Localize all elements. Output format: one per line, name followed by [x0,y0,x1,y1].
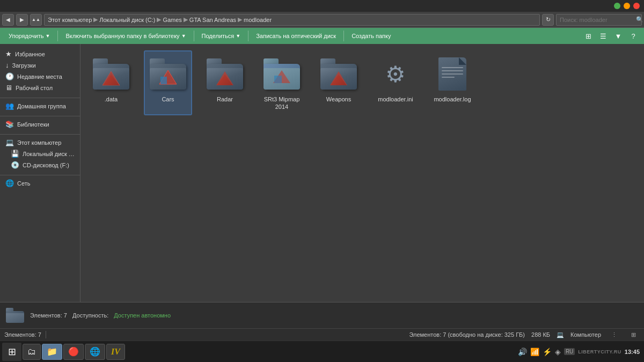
sidebar-item-desktop[interactable]: 🖥 Рабочий стол [0,82,80,93]
taskbar-sys-lang[interactable]: RU [564,348,575,355]
status-view-btn-2[interactable]: ⊞ [627,328,640,341]
taskbar-app-explorer[interactable]: 📁 [42,344,62,360]
view-options-button[interactable]: ▼ [612,29,625,42]
sidebar-label-downloads: Загрузки [12,62,36,69]
forward-button[interactable]: ▶ [16,14,28,26]
sidebar-item-computer[interactable]: 💻 Этот компьютер [0,137,80,148]
taskbar-time-value: 13:45 [625,349,640,355]
taskbar-right: 🔊 📶 ⚡ ◈ RU LIBERTYCITY.RU 13:45 [518,348,642,356]
libraries-icon: 📚 [5,120,14,128]
toolbar-sep-1 [57,31,58,41]
sidebar-label-network: Сеть [17,180,30,187]
sidebar-item-local-disk[interactable]: 💾 Локальный диск (С [0,148,80,159]
file-label-modloader-log: modloader.log [434,95,471,103]
burn-button[interactable]: Записать на оптический диск [252,31,340,41]
svg-marker-0 [103,71,120,85]
status-bar: Элементов: 7 Доступность: Доступен автон… [0,302,644,341]
share-button[interactable]: Поделиться ▼ [197,31,245,41]
status-location-icon: 💻 [557,331,564,338]
file-label-radar: Radar [217,95,233,103]
taskbar-app-3[interactable]: 🔴 [63,344,84,360]
file-icon-wrapper-srt3 [262,55,301,93]
share-label: Поделиться [202,33,235,39]
svg-marker-8 [330,71,347,85]
sidebar-label-computer: Этот компьютер [17,139,61,146]
sidebar-label-local-disk: Локальный диск (С [23,151,75,157]
file-item-radar[interactable]: Radar [201,50,249,115]
file-item-modloader-log[interactable]: modloader.log [428,50,477,115]
view-toggle-button[interactable]: ⊞ [582,29,595,42]
folder-cars-svg [156,69,180,86]
file-item-weapons[interactable]: Weapons [314,50,363,115]
file-icon-wrapper-radar [206,55,244,93]
library-button[interactable]: Включить выбранную папку в библиотеку ▼ [61,31,190,41]
start-button[interactable]: ⊞ [2,343,21,361]
download-icon: ↓ [5,61,9,69]
sidebar-section-computer: 💻 Этот компьютер 💾 Локальный диск (С 💿 C… [0,137,80,171]
clock-icon: 🕐 [5,72,14,80]
taskbar-sys-bluetooth[interactable]: ◈ [555,348,561,356]
taskbar-logo: LIBERTYCITY.RU [578,349,621,354]
file-label-weapons: Weapons [326,95,351,103]
network-icon: 🌐 [5,179,14,187]
search-box[interactable]: 🔍 [556,14,642,26]
sidebar-item-network[interactable]: 🌐 Сеть [0,178,80,189]
title-bar [0,0,644,12]
sidebar-divider-3 [0,134,80,135]
file-item-modloader-ini[interactable]: ⚙ modloader.ini [371,50,420,115]
desktop-icon: 🖥 [5,84,12,92]
homegroup-icon: 👥 [5,102,14,110]
taskbar-icon-gta4: IV [111,347,120,357]
taskbar-app-chrome[interactable]: 🌐 [85,344,105,360]
folder-weapons-svg [328,70,349,86]
taskbar-app-1[interactable]: 🗂 [23,344,41,360]
svg-rect-4 [160,77,167,84]
cd-icon: 💿 [11,161,19,169]
status-total-label: Элементов: 7 (свободно на диске: 325 ГБ) [409,331,525,338]
sidebar-item-cd-drive[interactable]: 💿 CD-дисковод (F:) [0,159,80,171]
burn-label: Записать на оптический диск [256,33,336,39]
toolbar-sep-4 [343,31,344,41]
new-folder-button[interactable]: Создать папку [347,31,395,41]
taskbar-clock: 13:45 [625,349,640,355]
file-item-srt3[interactable]: SRt3 Mipmap 2014 [258,50,306,115]
folder-srt3-svg [271,69,292,84]
organize-label: Упорядочить [9,33,43,39]
breadcrumb-part-4: GTA San Andreas [189,17,236,23]
sidebar-label-recent: Недавние места [17,73,62,80]
up-button[interactable]: ▲▲ [30,14,42,26]
sidebar-item-downloads[interactable]: ↓ Загрузки [0,60,80,71]
status-bottom: Элементов: 7 Элементов: 7 (свободно на д… [0,329,644,341]
toolbar-sep-2 [194,31,194,41]
sidebar-item-libraries[interactable]: 📚 Библиотеки [0,119,80,130]
file-icon-wrapper-cars [149,55,187,93]
files-grid: .data [87,50,638,115]
sidebar-label-favorites: Избранное [15,51,45,57]
search-input[interactable] [560,17,634,23]
library-label: Включить выбранную папку в библиотеку [65,33,179,39]
folder-icon-weapons [320,58,357,90]
status-right: Элементов: 7 (свободно на диске: 325 ГБ)… [409,328,640,341]
view-list-button[interactable]: ☰ [597,29,610,42]
taskbar-sys-battery[interactable]: ⚡ [543,348,552,356]
file-item-data[interactable]: .data [87,50,135,115]
status-availability-label: Доступность: [72,312,108,319]
breadcrumb[interactable]: Этот компьютер ▶ Локальный диск (C:) ▶ G… [44,14,540,26]
status-view-btn-1[interactable]: ⋮ [608,328,620,341]
sidebar-item-recent[interactable]: 🕐 Недавние места [0,71,80,82]
search-icon: 🔍 [636,16,643,23]
sidebar-item-favorites[interactable]: ★ Избранное [0,48,80,60]
sidebar-item-homegroup[interactable]: 👥 Домашняя группа [0,100,80,112]
taskbar-sys-network[interactable]: 📶 [530,348,539,356]
back-button[interactable]: ◀ [2,14,14,26]
new-folder-label: Создать папку [352,33,391,39]
taskbar-app-gta4[interactable]: IV [106,344,125,360]
status-preview: Элементов: 7 Доступность: Доступен автон… [0,302,644,329]
breadcrumb-part-2: Локальный диск (C:) [99,17,155,23]
refresh-button[interactable]: ↻ [542,14,554,26]
taskbar-sys-sound[interactable]: 🔊 [518,348,527,356]
help-button[interactable]: ? [627,29,640,42]
file-item-cars[interactable]: Cars [144,50,192,115]
status-location: Компьютер [570,331,601,338]
organize-button[interactable]: Упорядочить ▼ [4,31,54,41]
